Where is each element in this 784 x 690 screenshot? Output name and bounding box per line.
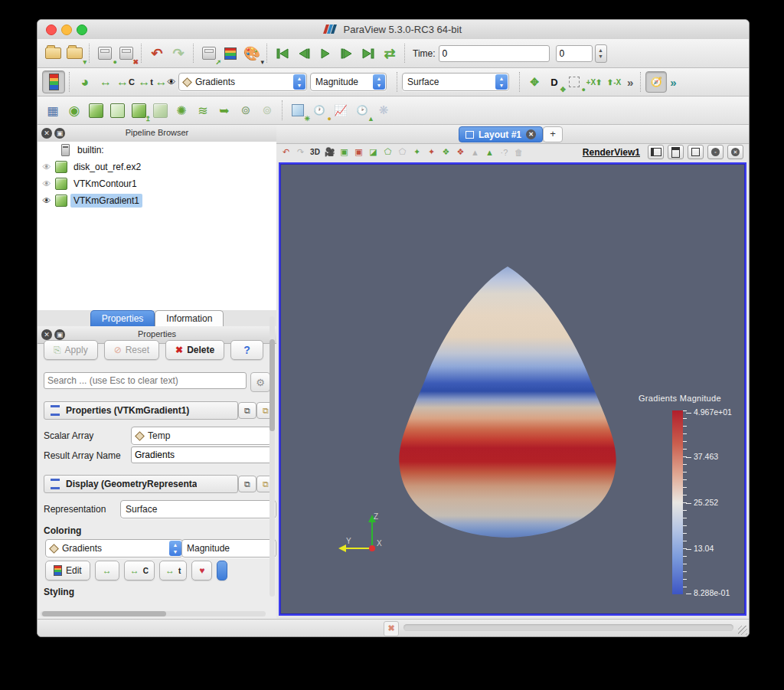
first-frame-button[interactable] <box>272 43 293 64</box>
toolbar-overflow-chevron[interactable]: » <box>624 76 636 89</box>
view-plus-x-button[interactable]: +X⬆ <box>584 72 604 92</box>
extract-selection-button[interactable]: ✳ <box>287 100 309 121</box>
pipeline-item-builtin[interactable]: builtin: <box>38 142 276 159</box>
section-properties-header[interactable]: Properties (VTKmGradient1) <box>44 401 238 420</box>
grow-selection-button[interactable]: ▲ <box>469 146 482 159</box>
plot-over-line-button[interactable]: 📈 <box>330 100 351 121</box>
select-cells-on-button[interactable]: ▣ <box>338 146 351 159</box>
search-options-gear-icon[interactable]: ⚙ <box>250 372 270 392</box>
rescale-custom-small-button[interactable]: ↔C <box>124 561 155 580</box>
close-view-button[interactable]: ✕ <box>727 145 743 159</box>
copy-properties-button[interactable]: ⧉ <box>238 402 256 419</box>
zoom-closest-button[interactable]: D✥ <box>544 72 564 92</box>
rescale-visible-range-button[interactable]: ↔👁 <box>155 72 175 92</box>
hscroll-thumb[interactable] <box>42 611 166 616</box>
disconnect-server-button[interactable]: ✖ <box>116 43 137 64</box>
horizontal-scrollbar[interactable] <box>41 611 266 616</box>
undock-view-button[interactable]: ▫ <box>707 145 724 159</box>
choose-preset-button[interactable]: ♥ <box>191 561 212 580</box>
tab-properties[interactable]: Properties <box>90 310 155 326</box>
last-frame-button[interactable] <box>358 43 379 64</box>
resize-grip[interactable] <box>738 626 747 635</box>
hover-cells-button[interactable]: ❖ <box>439 146 452 159</box>
rescale-data-range-button[interactable]: ↔ <box>96 72 116 92</box>
new-layout-tab-button[interactable]: + <box>543 126 563 142</box>
time-input[interactable] <box>439 45 550 62</box>
close-layout-icon[interactable]: ✕ <box>526 129 536 139</box>
threshold-filter-button[interactable]: ↥ <box>128 100 149 121</box>
select-cells-through-button[interactable]: ◪ <box>367 146 380 159</box>
coloring-component-combo[interactable]: Magnitude <box>181 539 276 558</box>
select-cells-polygon-button[interactable]: ⬠ <box>381 146 394 159</box>
maximize-view-button[interactable] <box>688 145 704 159</box>
reset-button[interactable]: ⊘Reset <box>104 340 159 360</box>
group-datasets-filter-button[interactable]: ⊚ <box>235 100 256 121</box>
pipeline-item-vtkmgradient1[interactable]: 👁 VTKmGradient1 <box>38 192 276 209</box>
calculator-filter-button[interactable]: ▦ <box>42 100 64 121</box>
apply-button[interactable]: ⎘Apply <box>44 340 98 360</box>
slice-filter-button[interactable] <box>106 100 128 121</box>
show-legend-partial-button[interactable] <box>217 561 227 580</box>
load-state-button[interactable]: ➚ <box>198 43 220 64</box>
color-map-editor-button[interactable] <box>42 70 65 93</box>
search-input[interactable] <box>44 372 247 389</box>
save-screenshot-button[interactable] <box>220 43 241 64</box>
interactive-select-cells-button[interactable]: ✦ <box>410 146 423 159</box>
interactive-select-points-button[interactable]: ✦ <box>425 146 438 159</box>
camera-undo-button[interactable]: ↶ <box>279 146 292 159</box>
visibility-eye-icon[interactable]: 👁 <box>41 162 53 172</box>
select-points-polygon-button[interactable]: ⬠ <box>396 146 409 159</box>
tab-information[interactable]: Information <box>155 310 224 326</box>
shrink-selection-button[interactable]: ▲ <box>483 146 496 159</box>
rescale-temporal-range-button[interactable]: ↔t <box>136 72 155 92</box>
split-horizontal-button[interactable] <box>648 145 664 159</box>
connect-server-button[interactable]: ● <box>94 43 116 64</box>
cancel-progress-button[interactable]: ✖ <box>384 621 399 636</box>
temporal-interpolator-button[interactable]: ❋ <box>373 100 394 121</box>
scalar-array-combo[interactable]: Temp <box>131 427 272 445</box>
coloring-array-combo[interactable]: Gradients ▲▼ <box>45 539 183 558</box>
visibility-eye-icon[interactable]: 👁 <box>41 196 53 205</box>
contour-filter-button[interactable]: ◉ <box>64 100 85 121</box>
visibility-eye-icon[interactable]: 👁 <box>41 179 53 188</box>
toggle-3d-mode-button[interactable]: 3D <box>309 146 322 159</box>
select-points-on-button[interactable]: ▣ <box>352 146 365 159</box>
stream-tracer-filter-button[interactable]: ≋ <box>192 100 214 121</box>
next-frame-button[interactable] <box>336 43 358 64</box>
help-button[interactable]: ? <box>230 340 263 360</box>
center-axes-visibility-button[interactable]: 🧭 <box>645 71 667 93</box>
glyph-filter-button[interactable]: ✺ <box>171 100 192 121</box>
toolbar-overflow-chevron-2[interactable]: » <box>667 76 679 89</box>
loop-button[interactable]: ⇄ <box>379 43 400 64</box>
warp-vector-filter-button[interactable]: ➥ <box>214 100 235 121</box>
toggle-color-legend-button[interactable]: ◕ <box>74 71 96 93</box>
save-data-button[interactable]: ▾ <box>64 43 85 64</box>
component-combo[interactable]: Magnitude ▲▼ <box>310 73 387 91</box>
extract-group-filter-button[interactable]: ⊚ <box>256 100 278 121</box>
redo-button[interactable]: ↷ <box>168 43 189 64</box>
copy-display-button[interactable]: ⧉ <box>238 476 256 492</box>
hover-points-button[interactable]: ❖ <box>454 146 467 159</box>
clear-selection-button[interactable]: ·? <box>498 146 511 159</box>
render-view-name[interactable]: RenderView1 <box>583 147 640 158</box>
result-array-input[interactable] <box>131 446 273 463</box>
plot-selection-over-time-button[interactable]: 🕑▲ <box>351 100 373 121</box>
vscroll-thumb[interactable] <box>270 339 275 431</box>
edit-color-map-button[interactable]: Edit <box>45 561 90 580</box>
legend-color-bar[interactable] <box>672 410 683 594</box>
rescale-temporal-small-button[interactable]: ↔t <box>159 561 187 580</box>
plot-over-time-button[interactable]: 🕐● <box>309 100 330 121</box>
color-palette-button[interactable]: 🎨▾ <box>241 43 263 64</box>
camera-redo-button[interactable]: ↷ <box>294 146 307 159</box>
frame-stepper[interactable]: ▲▼ <box>595 44 607 63</box>
rescale-data-range-small-button[interactable]: ↔ <box>95 561 119 580</box>
render-viewport[interactable]: Z Y X Gradients Magnitude 4.967e+01 37.4… <box>279 162 746 616</box>
color-array-combo[interactable]: Gradients ▲▼ <box>178 73 307 91</box>
split-vertical-button[interactable] <box>668 145 684 159</box>
representation-combo-props[interactable]: Surface <box>120 500 276 518</box>
adjust-camera-button[interactable]: 🎥 <box>323 146 336 159</box>
pipeline-item-disk-out-ref[interactable]: 👁 disk_out_ref.ex2 <box>38 159 276 175</box>
play-button[interactable] <box>315 43 336 64</box>
frame-input[interactable] <box>556 45 593 62</box>
layout-tab[interactable]: Layout #1 ✕ <box>459 126 543 142</box>
